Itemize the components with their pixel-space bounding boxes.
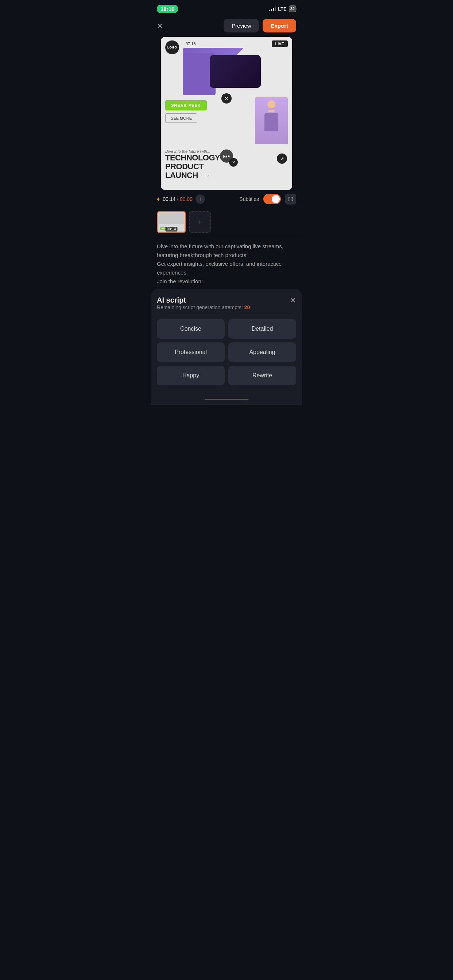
close-button[interactable]: ✕ — [157, 22, 163, 30]
sneak-peek-button[interactable]: SNEAK PEEK — [165, 100, 207, 110]
vr-image-container[interactable]: ⬚ — [183, 48, 288, 95]
date-badge: 07.18 — [183, 40, 199, 47]
add-clip-large[interactable]: + — [189, 211, 211, 233]
fashion-figure — [255, 97, 288, 144]
toolbar-actions: Preview Export — [223, 19, 296, 32]
professional-button[interactable]: Professional — [157, 342, 225, 362]
ai-script-subtitle: Remaining script generation attempts: 20 — [157, 304, 250, 310]
canvas-bottom: SNEAK PEEK SEE MORE — [161, 97, 292, 148]
canvas-top: LOGO 07.18 LIVE ⬚ — [161, 37, 292, 95]
home-bar — [205, 399, 248, 400]
clip-duration: 00:14 — [165, 227, 177, 232]
ai-script-title: AI script — [157, 296, 250, 304]
player-bar: ♦ 00:14 / 00:09 + Subtitles — [151, 190, 302, 208]
canvas-bottom-right — [236, 100, 288, 144]
script-buttons-grid: Concise Detailed Professional Appealing … — [157, 319, 296, 385]
signal-icon — [269, 6, 276, 11]
canvas-x-control[interactable]: ✕ — [229, 158, 238, 167]
script-text-area: Dive into the future with our captivatin… — [151, 236, 302, 289]
clip-strip: SNEAK PEEK 00:14 + — [151, 208, 302, 236]
ai-script-title-group: AI script Remaining script generation at… — [157, 296, 250, 318]
detailed-button[interactable]: Detailed — [228, 319, 296, 339]
status-bar: 18:16 LTE 32 — [151, 0, 302, 16]
attempts-count: 20 — [244, 304, 250, 310]
canvas-wrapper: LOGO 07.18 LIVE ⬚ — [161, 37, 292, 190]
subtitles-toggle[interactable] — [263, 194, 281, 204]
player-left: ♦ 00:14 / 00:09 + — [157, 194, 205, 204]
battery-indicator: 32 — [289, 5, 296, 12]
canvas-corner-control[interactable]: ↗ — [277, 153, 287, 164]
network-label: LTE — [278, 6, 287, 12]
ai-script-panel: AI script Remaining script generation at… — [151, 289, 302, 394]
rewrite-button[interactable]: Rewrite — [228, 366, 296, 385]
canvas-bottom-left: SNEAK PEEK SEE MORE — [165, 100, 233, 144]
add-clip-button[interactable]: + — [196, 194, 205, 204]
appealing-button[interactable]: Appealing — [228, 342, 296, 362]
canvas-preview: LOGO 07.18 LIVE ⬚ — [161, 37, 292, 190]
status-time: 18:16 — [157, 5, 178, 13]
time-display: 00:14 / 00:09 — [163, 196, 193, 202]
player-right: Subtitles — [239, 194, 296, 205]
fullscreen-button[interactable] — [285, 194, 296, 205]
see-more-button[interactable]: SEE MORE — [165, 113, 197, 123]
canvas-delete-control[interactable]: ✕ — [222, 93, 231, 103]
preview-button[interactable]: Preview — [223, 19, 259, 32]
status-right: LTE 32 — [269, 5, 296, 12]
time-remaining: 00:09 — [180, 196, 193, 202]
ai-script-close-button[interactable]: ✕ — [290, 296, 296, 305]
ai-script-header: AI script Remaining script generation at… — [157, 296, 296, 318]
top-toolbar: ✕ Preview Export — [151, 16, 302, 37]
diamond-icon: ♦ — [157, 196, 160, 202]
vr-headset: ⬚ — [210, 55, 261, 88]
export-button[interactable]: Export — [263, 19, 296, 32]
home-indicator — [151, 394, 302, 405]
logo-circle: LOGO — [165, 40, 179, 54]
live-badge: LIVE — [272, 40, 288, 47]
clip-thumbnail[interactable]: SNEAK PEEK 00:14 — [157, 211, 186, 233]
concise-button[interactable]: Concise — [157, 319, 225, 339]
time-separator: / — [177, 196, 179, 202]
battery-level: 32 — [290, 6, 295, 11]
subtitles-label: Subtitles — [239, 196, 259, 202]
canvas-top-right: 07.18 LIVE ⬚ — [183, 40, 288, 95]
happy-button[interactable]: Happy — [157, 366, 225, 385]
time-current: 00:14 — [163, 196, 175, 202]
